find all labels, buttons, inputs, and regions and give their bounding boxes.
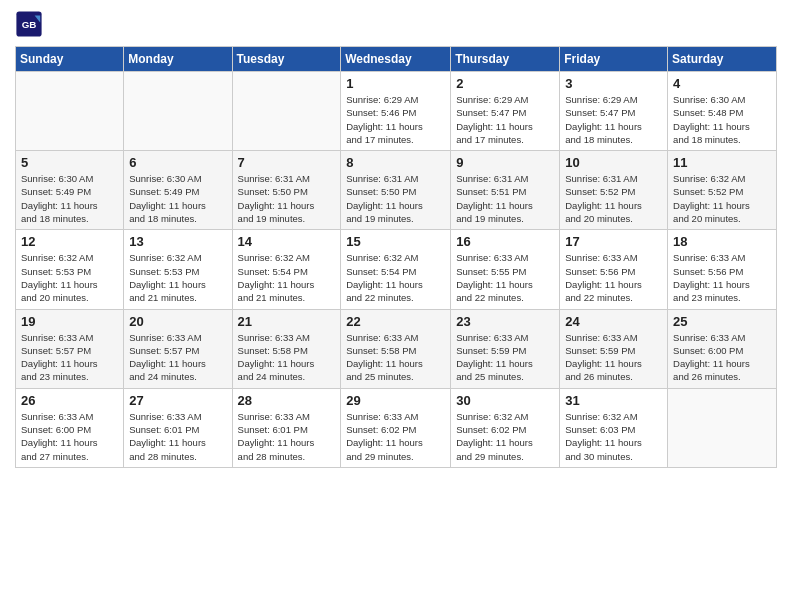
day-number: 25 <box>673 314 771 329</box>
calendar-week-3: 19Sunrise: 6:33 AM Sunset: 5:57 PM Dayli… <box>16 309 777 388</box>
calendar-cell <box>16 72 124 151</box>
calendar-cell: 25Sunrise: 6:33 AM Sunset: 6:00 PM Dayli… <box>668 309 777 388</box>
calendar-header-thursday: Thursday <box>451 47 560 72</box>
day-info: Sunrise: 6:33 AM Sunset: 5:56 PM Dayligh… <box>565 251 662 304</box>
calendar-cell: 29Sunrise: 6:33 AM Sunset: 6:02 PM Dayli… <box>341 388 451 467</box>
calendar-cell: 1Sunrise: 6:29 AM Sunset: 5:46 PM Daylig… <box>341 72 451 151</box>
day-info: Sunrise: 6:32 AM Sunset: 5:53 PM Dayligh… <box>21 251 118 304</box>
calendar-header-row: SundayMondayTuesdayWednesdayThursdayFrid… <box>16 47 777 72</box>
day-info: Sunrise: 6:33 AM Sunset: 6:00 PM Dayligh… <box>673 331 771 384</box>
day-info: Sunrise: 6:29 AM Sunset: 5:47 PM Dayligh… <box>456 93 554 146</box>
day-number: 9 <box>456 155 554 170</box>
day-info: Sunrise: 6:29 AM Sunset: 5:46 PM Dayligh… <box>346 93 445 146</box>
calendar-cell: 4Sunrise: 6:30 AM Sunset: 5:48 PM Daylig… <box>668 72 777 151</box>
calendar-cell: 21Sunrise: 6:33 AM Sunset: 5:58 PM Dayli… <box>232 309 341 388</box>
calendar-cell <box>232 72 341 151</box>
svg-text:GB: GB <box>22 19 37 30</box>
calendar-cell: 22Sunrise: 6:33 AM Sunset: 5:58 PM Dayli… <box>341 309 451 388</box>
day-number: 22 <box>346 314 445 329</box>
calendar-cell: 23Sunrise: 6:33 AM Sunset: 5:59 PM Dayli… <box>451 309 560 388</box>
day-info: Sunrise: 6:29 AM Sunset: 5:47 PM Dayligh… <box>565 93 662 146</box>
day-info: Sunrise: 6:33 AM Sunset: 5:58 PM Dayligh… <box>346 331 445 384</box>
day-info: Sunrise: 6:31 AM Sunset: 5:51 PM Dayligh… <box>456 172 554 225</box>
day-info: Sunrise: 6:33 AM Sunset: 6:01 PM Dayligh… <box>238 410 336 463</box>
calendar-cell: 30Sunrise: 6:32 AM Sunset: 6:02 PM Dayli… <box>451 388 560 467</box>
day-number: 27 <box>129 393 226 408</box>
calendar-cell: 14Sunrise: 6:32 AM Sunset: 5:54 PM Dayli… <box>232 230 341 309</box>
day-info: Sunrise: 6:33 AM Sunset: 6:00 PM Dayligh… <box>21 410 118 463</box>
day-number: 26 <box>21 393 118 408</box>
day-number: 2 <box>456 76 554 91</box>
day-number: 21 <box>238 314 336 329</box>
calendar-header-saturday: Saturday <box>668 47 777 72</box>
day-number: 17 <box>565 234 662 249</box>
day-info: Sunrise: 6:33 AM Sunset: 5:56 PM Dayligh… <box>673 251 771 304</box>
day-info: Sunrise: 6:30 AM Sunset: 5:49 PM Dayligh… <box>21 172 118 225</box>
calendar-cell: 18Sunrise: 6:33 AM Sunset: 5:56 PM Dayli… <box>668 230 777 309</box>
day-info: Sunrise: 6:31 AM Sunset: 5:52 PM Dayligh… <box>565 172 662 225</box>
day-info: Sunrise: 6:33 AM Sunset: 5:59 PM Dayligh… <box>456 331 554 384</box>
calendar-cell: 31Sunrise: 6:32 AM Sunset: 6:03 PM Dayli… <box>560 388 668 467</box>
day-info: Sunrise: 6:31 AM Sunset: 5:50 PM Dayligh… <box>346 172 445 225</box>
day-info: Sunrise: 6:32 AM Sunset: 5:54 PM Dayligh… <box>346 251 445 304</box>
day-number: 10 <box>565 155 662 170</box>
calendar-cell: 10Sunrise: 6:31 AM Sunset: 5:52 PM Dayli… <box>560 151 668 230</box>
calendar-table: SundayMondayTuesdayWednesdayThursdayFrid… <box>15 46 777 468</box>
day-number: 5 <box>21 155 118 170</box>
day-number: 19 <box>21 314 118 329</box>
logo: GB <box>15 10 47 38</box>
day-number: 20 <box>129 314 226 329</box>
calendar-cell: 17Sunrise: 6:33 AM Sunset: 5:56 PM Dayli… <box>560 230 668 309</box>
day-info: Sunrise: 6:33 AM Sunset: 5:59 PM Dayligh… <box>565 331 662 384</box>
day-info: Sunrise: 6:33 AM Sunset: 5:55 PM Dayligh… <box>456 251 554 304</box>
calendar-cell: 24Sunrise: 6:33 AM Sunset: 5:59 PM Dayli… <box>560 309 668 388</box>
calendar-cell <box>124 72 232 151</box>
day-info: Sunrise: 6:32 AM Sunset: 6:02 PM Dayligh… <box>456 410 554 463</box>
day-info: Sunrise: 6:33 AM Sunset: 6:01 PM Dayligh… <box>129 410 226 463</box>
day-info: Sunrise: 6:30 AM Sunset: 5:49 PM Dayligh… <box>129 172 226 225</box>
calendar-cell: 3Sunrise: 6:29 AM Sunset: 5:47 PM Daylig… <box>560 72 668 151</box>
day-number: 15 <box>346 234 445 249</box>
calendar-header-monday: Monday <box>124 47 232 72</box>
day-number: 13 <box>129 234 226 249</box>
calendar-header-tuesday: Tuesday <box>232 47 341 72</box>
day-info: Sunrise: 6:32 AM Sunset: 5:54 PM Dayligh… <box>238 251 336 304</box>
day-info: Sunrise: 6:33 AM Sunset: 6:02 PM Dayligh… <box>346 410 445 463</box>
day-number: 18 <box>673 234 771 249</box>
calendar-header-sunday: Sunday <box>16 47 124 72</box>
day-number: 14 <box>238 234 336 249</box>
calendar-cell: 5Sunrise: 6:30 AM Sunset: 5:49 PM Daylig… <box>16 151 124 230</box>
day-number: 7 <box>238 155 336 170</box>
day-number: 29 <box>346 393 445 408</box>
calendar-cell: 11Sunrise: 6:32 AM Sunset: 5:52 PM Dayli… <box>668 151 777 230</box>
day-info: Sunrise: 6:33 AM Sunset: 5:57 PM Dayligh… <box>21 331 118 384</box>
day-info: Sunrise: 6:30 AM Sunset: 5:48 PM Dayligh… <box>673 93 771 146</box>
day-number: 30 <box>456 393 554 408</box>
calendar-cell <box>668 388 777 467</box>
calendar-week-2: 12Sunrise: 6:32 AM Sunset: 5:53 PM Dayli… <box>16 230 777 309</box>
day-number: 8 <box>346 155 445 170</box>
calendar-cell: 20Sunrise: 6:33 AM Sunset: 5:57 PM Dayli… <box>124 309 232 388</box>
day-number: 6 <box>129 155 226 170</box>
calendar-cell: 12Sunrise: 6:32 AM Sunset: 5:53 PM Dayli… <box>16 230 124 309</box>
calendar-cell: 9Sunrise: 6:31 AM Sunset: 5:51 PM Daylig… <box>451 151 560 230</box>
day-number: 11 <box>673 155 771 170</box>
day-info: Sunrise: 6:32 AM Sunset: 5:53 PM Dayligh… <box>129 251 226 304</box>
calendar-cell: 7Sunrise: 6:31 AM Sunset: 5:50 PM Daylig… <box>232 151 341 230</box>
calendar-cell: 28Sunrise: 6:33 AM Sunset: 6:01 PM Dayli… <box>232 388 341 467</box>
day-number: 23 <box>456 314 554 329</box>
day-number: 12 <box>21 234 118 249</box>
day-number: 16 <box>456 234 554 249</box>
calendar-header-friday: Friday <box>560 47 668 72</box>
day-info: Sunrise: 6:32 AM Sunset: 6:03 PM Dayligh… <box>565 410 662 463</box>
day-number: 24 <box>565 314 662 329</box>
calendar-cell: 26Sunrise: 6:33 AM Sunset: 6:00 PM Dayli… <box>16 388 124 467</box>
calendar-header-wednesday: Wednesday <box>341 47 451 72</box>
calendar-cell: 8Sunrise: 6:31 AM Sunset: 5:50 PM Daylig… <box>341 151 451 230</box>
calendar-cell: 13Sunrise: 6:32 AM Sunset: 5:53 PM Dayli… <box>124 230 232 309</box>
calendar-cell: 2Sunrise: 6:29 AM Sunset: 5:47 PM Daylig… <box>451 72 560 151</box>
day-number: 28 <box>238 393 336 408</box>
day-info: Sunrise: 6:33 AM Sunset: 5:57 PM Dayligh… <box>129 331 226 384</box>
calendar-cell: 15Sunrise: 6:32 AM Sunset: 5:54 PM Dayli… <box>341 230 451 309</box>
day-number: 31 <box>565 393 662 408</box>
